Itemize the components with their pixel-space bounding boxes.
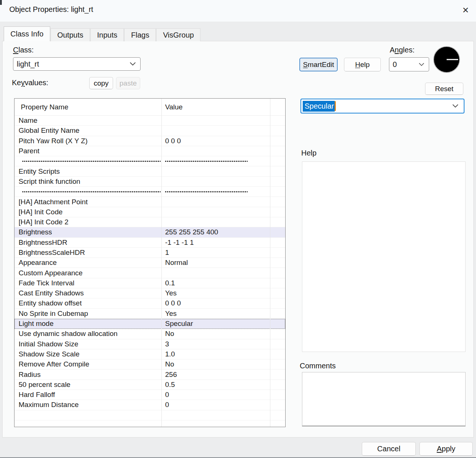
empty-row <box>15 410 285 420</box>
angle-dial[interactable] <box>433 46 460 73</box>
property-row[interactable]: Fade Tick Interval0.1 <box>15 278 285 288</box>
property-row[interactable]: AppearanceNormal <box>15 258 285 268</box>
angles-dropdown-value: 0 <box>393 60 397 69</box>
tab-inputs[interactable]: Inputs <box>90 28 124 41</box>
paste-button: paste <box>116 77 140 89</box>
property-row[interactable]: Maximum Distance0 <box>15 400 285 410</box>
property-row[interactable]: Custom Appearance <box>15 268 285 278</box>
angle-dial-needle <box>447 59 458 60</box>
property-row[interactable]: Remove After CompileNo <box>15 359 285 369</box>
keyvalues-label: Keyvalues: <box>12 79 48 87</box>
property-row[interactable]: Entity Scripts <box>15 166 285 176</box>
property-row[interactable]: 50 percent scale0.5 <box>15 380 285 390</box>
property-row[interactable]: Brightness255 255 255 400 <box>15 227 285 237</box>
property-table-body: NameGlobal Entity NamePitch Yaw Roll (X … <box>15 116 285 427</box>
close-icon[interactable]: ✕ <box>459 4 472 17</box>
title-bar: Object Properties: light_rt ✕ <box>0 0 476 22</box>
chevron-down-icon <box>419 63 424 66</box>
class-label: Class: <box>13 46 34 54</box>
property-row[interactable]: BrightnessScaleHDR1 <box>15 248 285 258</box>
class-dropdown-value: light_rt <box>17 60 39 68</box>
tab-outputs[interactable]: Outputs <box>51 28 90 41</box>
tab-flags[interactable]: Flags <box>124 28 156 41</box>
property-row[interactable]: [HA] Init Code <box>15 207 285 217</box>
property-row[interactable]: No Sprite in CubemapYes <box>15 309 285 319</box>
property-row[interactable]: [HA] Attachment Point <box>15 197 285 207</box>
column-divider <box>270 99 270 427</box>
property-separator-row <box>15 156 285 166</box>
property-row[interactable]: Script think function <box>15 177 285 187</box>
reset-button[interactable]: Reset <box>425 83 463 95</box>
tab-class-info[interactable]: Class Info <box>4 26 50 41</box>
chevron-down-icon <box>130 62 136 66</box>
property-row[interactable]: Entity shadow offset0 0 0 <box>15 298 285 308</box>
property-row[interactable]: Parent <box>15 146 285 156</box>
column-divider <box>161 99 162 427</box>
property-row[interactable]: Pitch Yaw Roll (X Y Z)0 0 0 <box>15 136 285 146</box>
chevron-down-icon <box>452 104 459 108</box>
comments-input[interactable] <box>302 372 466 426</box>
help-section-label: Help <box>301 149 316 157</box>
property-row[interactable]: Global Entity Name <box>15 126 285 136</box>
copy-button[interactable]: copy <box>89 77 113 89</box>
help-button[interactable]: Help <box>344 58 381 71</box>
property-row[interactable]: Cast Entity ShadowsYes <box>15 288 285 298</box>
property-row[interactable]: Use dynamic shadow allocationNo <box>15 329 285 339</box>
property-table: Property Name Value NameGlobal Entity Na… <box>14 98 286 427</box>
class-dropdown[interactable]: light_rt <box>13 57 141 71</box>
property-row[interactable]: Shadow Size Scale1.0 <box>15 349 285 359</box>
keyvalue-dropdown[interactable]: Specular <box>300 99 464 113</box>
apply-button[interactable]: Apply <box>419 442 473 456</box>
keyvalue-dropdown-selected-text: Specular <box>303 101 335 112</box>
screen-corner-artifact <box>0 0 2 5</box>
smartedit-button[interactable]: SmartEdit <box>299 58 338 71</box>
help-content-box <box>302 161 466 352</box>
angles-label: Angles: <box>390 46 415 54</box>
text-caret <box>335 101 336 111</box>
property-row[interactable]: [HA] Init Code 2 <box>15 217 285 227</box>
property-row[interactable]: Initial Shadow Size3 <box>15 339 285 349</box>
value-column-header: Value <box>161 103 285 111</box>
property-separator-row <box>15 187 285 197</box>
angles-dropdown[interactable]: 0 <box>389 57 429 71</box>
comments-label: Comments <box>300 362 336 370</box>
property-row[interactable]: Radius256 <box>15 369 285 379</box>
property-row[interactable]: BrightnessHDR-1 -1 -1 1 <box>15 238 285 248</box>
property-row[interactable]: Name <box>15 116 285 126</box>
window-title: Object Properties: light_rt <box>9 5 93 14</box>
empty-row <box>15 420 285 427</box>
property-row[interactable]: Light modeSpecular <box>15 319 285 329</box>
property-row[interactable]: Hard Falloff0 <box>15 390 285 400</box>
property-name-column-header: Property Name <box>15 103 161 111</box>
tab-visgroup[interactable]: VisGroup <box>156 28 200 41</box>
tab-bar: Class InfoOutputsInputsFlagsVisGroup <box>4 26 201 41</box>
cancel-button[interactable]: Cancel <box>362 442 416 456</box>
property-table-header: Property Name Value <box>15 99 285 116</box>
